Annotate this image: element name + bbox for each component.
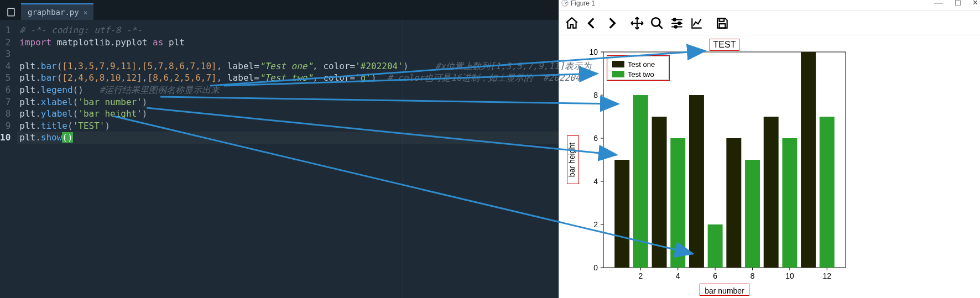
matplotlib-icon	[561, 0, 569, 7]
gutter: 1 2 3 4 5 6 7 8 9 10	[0, 24, 17, 298]
line-number: 10	[0, 132, 11, 144]
code-body[interactable]: # -*- coding: utf-8 -*- import matplotli…	[17, 24, 591, 298]
line-number: 7	[0, 96, 11, 108]
svg-text:6: 6	[593, 134, 598, 143]
highlight-xlabel	[700, 284, 749, 296]
tabbar: graphbar.py ×	[0, 0, 559, 20]
code-token: color=	[323, 61, 355, 71]
code-token: 'bar number'	[78, 97, 142, 107]
close-button[interactable]: ×	[973, 0, 978, 8]
svg-point-2	[651, 18, 660, 26]
svg-point-5	[675, 25, 677, 28]
svg-text:2: 2	[593, 220, 598, 229]
zoom-icon[interactable]	[648, 14, 666, 33]
move-icon[interactable]	[628, 14, 647, 33]
svg-rect-38	[801, 52, 816, 268]
svg-rect-40	[670, 138, 685, 268]
code-token: matplotlib.pyplot	[57, 37, 148, 48]
bar-chart: 024681024681012TESTbar numberbar heightT…	[559, 35, 868, 298]
save-icon[interactable]	[713, 14, 732, 33]
svg-rect-41	[708, 224, 723, 268]
maximize-button[interactable]: □	[955, 0, 961, 8]
line-number: 3	[0, 48, 11, 60]
code-token: label=	[227, 72, 259, 83]
plot-canvas: 024681024681012TESTbar numberbar heightT…	[559, 35, 980, 298]
code-token: plt	[19, 132, 35, 143]
document-icon	[3, 4, 19, 20]
close-icon[interactable]: ×	[84, 8, 88, 17]
svg-text:10: 10	[785, 271, 794, 280]
code-token: 'TEST'	[73, 121, 105, 131]
svg-point-4	[678, 22, 680, 24]
code-token: color=	[323, 72, 355, 83]
line-number: 4	[0, 60, 11, 72]
svg-rect-6	[720, 18, 724, 21]
code-token: ()	[62, 132, 72, 143]
matplotlib-window: Figure 1 — □ × 024681024681012TESTbar nu…	[559, 0, 980, 298]
code-token: plt	[19, 121, 35, 131]
code-token: import	[19, 37, 51, 48]
code-token: plt	[19, 85, 35, 95]
code-token: xlabel	[41, 97, 73, 107]
window-title: Figure 1	[571, 0, 595, 7]
svg-text:8: 8	[593, 91, 598, 100]
matplotlib-toolbar	[559, 11, 980, 35]
code-token: plt	[19, 72, 35, 83]
svg-rect-34	[652, 117, 667, 268]
line-number: 8	[0, 108, 11, 120]
highlight-legend	[607, 55, 670, 81]
svg-rect-39	[633, 95, 648, 268]
code-token: as	[153, 37, 163, 48]
svg-rect-7	[720, 24, 726, 28]
line-number: 2	[0, 36, 11, 49]
code-token: plt	[19, 97, 35, 107]
code-area[interactable]: 1 2 3 4 5 6 7 8 9 10 # -*- coding: utf-8…	[0, 20, 559, 298]
code-token: bar	[41, 61, 57, 71]
configure-icon[interactable]	[668, 14, 686, 33]
code-token: 'g'	[355, 72, 371, 83]
window-buttons: — □ ×	[934, 0, 978, 8]
svg-text:4: 4	[676, 271, 680, 280]
code-token: show	[41, 132, 62, 143]
highlight-ylabel	[567, 135, 579, 184]
svg-text:8: 8	[750, 271, 755, 280]
tab-graphbar[interactable]: graphbar.py ×	[21, 3, 93, 20]
svg-rect-33	[614, 160, 629, 268]
code-token: [5,7,8,6,7,10]	[142, 61, 217, 71]
code-token: "Test one"	[259, 61, 312, 71]
svg-rect-35	[689, 95, 704, 268]
svg-rect-43	[782, 138, 797, 268]
svg-rect-37	[764, 117, 779, 268]
svg-point-3	[674, 18, 676, 20]
code-token: label=	[227, 61, 259, 71]
minimize-button[interactable]: —	[934, 0, 943, 8]
svg-text:2: 2	[638, 271, 643, 280]
code-token: [2,4,6,8,10,12]	[62, 72, 142, 83]
forward-icon[interactable]	[602, 14, 621, 33]
axes-icon[interactable]	[687, 14, 706, 33]
code-token: 'bar height'	[78, 108, 142, 119]
svg-text:4: 4	[593, 177, 598, 186]
svg-rect-42	[745, 160, 760, 268]
code-token: plt	[19, 61, 35, 71]
svg-rect-36	[726, 138, 741, 268]
code-token: plt	[169, 37, 185, 48]
code-editor: graphbar.py × 1 2 3 4 5 6 7 8 9 10 # -*-…	[0, 0, 559, 298]
code-token: [8,6,2,5,6,7]	[148, 72, 217, 83]
svg-text:6: 6	[713, 271, 717, 280]
svg-rect-44	[820, 117, 835, 268]
code-token: # color也可是16进制，如上显示的 #202204	[387, 72, 580, 83]
code-token: #运行结果里图例名称显示出来	[100, 85, 220, 95]
highlight-title	[710, 39, 739, 51]
svg-rect-0	[8, 8, 14, 16]
code-token: "Test two"	[259, 72, 312, 83]
titlebar[interactable]: Figure 1 — □ ×	[559, 0, 980, 11]
svg-text:12: 12	[823, 271, 832, 280]
line-number: 9	[0, 120, 11, 132]
code-token: title	[41, 121, 67, 131]
svg-text:10: 10	[589, 48, 598, 56]
code-token: '#202204'	[355, 61, 403, 71]
svg-text:0: 0	[593, 263, 598, 272]
line-number: 5	[0, 72, 11, 84]
tab-filename: graphbar.py	[28, 8, 79, 17]
